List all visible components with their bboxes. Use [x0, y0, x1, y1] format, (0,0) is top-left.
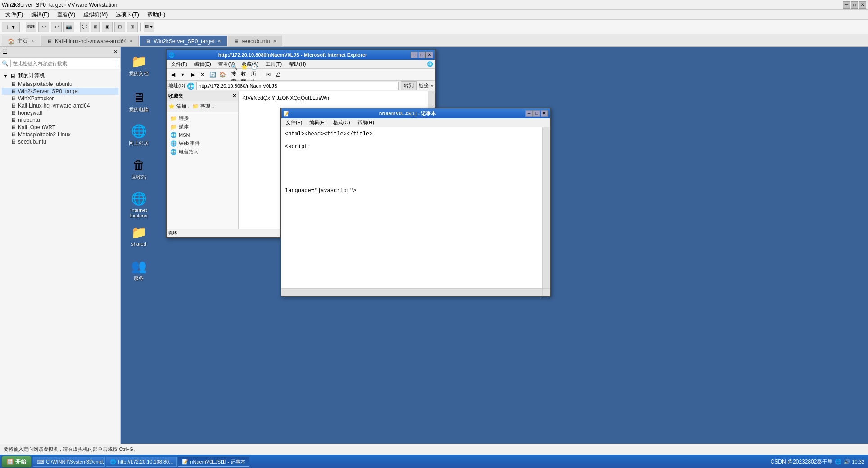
tab-kali-close[interactable]: ✕ [129, 39, 133, 44]
ie-menu-help[interactable]: 帮助(H) [286, 60, 308, 68]
notepad-minimize-btn[interactable]: ─ [525, 110, 533, 117]
sidebar-close[interactable]: ✕ [113, 49, 118, 55]
tab-win2k[interactable]: 🖥 Win2kServer_SP0_target ✕ [140, 36, 226, 46]
fav-item-4[interactable]: 🌐电台指南 [168, 148, 236, 156]
pause-button[interactable]: ⏸▼ [2, 22, 20, 32]
notepad-hscrollbar[interactable] [281, 288, 550, 296]
start-button[interactable]: 🪟 开始 [2, 456, 31, 468]
notepad-close-btn[interactable]: ✕ [541, 110, 548, 117]
tab-home[interactable]: 🏠 主页 ✕ [2, 36, 40, 46]
ie-home-btn[interactable]: 🏠 [218, 70, 227, 79]
tab-kali[interactable]: 🖥 Kali-Linux-hql-vmware-amd64 ✕ [41, 36, 139, 46]
fav-add-btn[interactable]: 添加... [176, 103, 190, 110]
ie-menu-edit[interactable]: 编辑(E) [192, 60, 214, 68]
ie-menu-file[interactable]: 文件(F) [168, 60, 190, 68]
view3-button[interactable]: ⊞ [127, 22, 138, 32]
sidebar-item-6[interactable]: 🖥Kali_OpenWRT [2, 124, 118, 131]
np-menu-edit[interactable]: 编辑(E) [307, 119, 329, 126]
systray-volume[interactable]: 🔊 [843, 459, 850, 465]
notepad-restore-btn[interactable]: □ [533, 110, 540, 117]
fav-item-3[interactable]: 🌐Web 事件 [168, 139, 236, 148]
menu-edit[interactable]: 编辑(E) [27, 10, 53, 19]
ie-stop-btn[interactable]: ✕ [198, 70, 207, 79]
tab-seedubuntu-close[interactable]: ✕ [273, 39, 276, 44]
menu-help[interactable]: 帮助(H) [144, 10, 169, 19]
sidebar-item-3[interactable]: 🖥Kali-Linux-hql-vmware-amd64 [2, 102, 118, 109]
view1-button[interactable]: ▣ [102, 22, 113, 32]
sidebar-item-4[interactable]: 🖥honeywall [2, 109, 118, 117]
notepad-textarea[interactable] [281, 127, 542, 288]
desktop-icon-ie[interactable]: 🌐 Internet Explorer [123, 189, 154, 220]
sidebar-item-8[interactable]: 🖥seedubuntu [2, 138, 118, 145]
display-button[interactable]: 🖥▼ [144, 22, 154, 32]
back-button[interactable]: ↩ [38, 22, 49, 32]
fav-item-0[interactable]: 📁链接 [168, 114, 236, 122]
taskbar-item-1[interactable]: 🌐http://172.20.10.108:80... [106, 457, 177, 467]
fullscreen-button[interactable]: ⛶ [80, 22, 89, 32]
tree-item-label: WinXPattacker [18, 95, 54, 102]
search-icon: 🔍 [2, 60, 9, 67]
menu-vm[interactable]: 虚拟机(M) [80, 10, 111, 19]
notepad-window[interactable]: 📝 nNaemV0LJS[1] - 记事本 ─ □ ✕ 文件(F) 编辑(E) … [280, 108, 551, 297]
tab-home-close[interactable]: ✕ [31, 39, 34, 44]
ie-back-btn[interactable]: ◀ [168, 70, 177, 79]
tab-seedubuntu[interactable]: 🖥 seedubuntu ✕ [228, 36, 282, 46]
taskbar-item-2[interactable]: 📝nNaemV0LJS[1] - 记事本 [178, 457, 249, 467]
desktop-icon-recycle[interactable]: 🗑 回收站 [123, 155, 154, 182]
snapshot-button[interactable]: 📷 [63, 22, 74, 32]
np-menu-format[interactable]: 格式(O) [330, 119, 353, 126]
tree-root-mycomputer[interactable]: ▼ 🖥 我的计算机 [2, 71, 118, 81]
sidebar-item-2[interactable]: 🖥WinXPattacker [2, 95, 118, 102]
desktop-icon-mycomputer[interactable]: 🖥 我的电脑 [123, 87, 154, 115]
ie-search-btn[interactable]: 🔍 搜索 [231, 70, 240, 79]
view2-button[interactable]: ⊟ [114, 22, 125, 32]
desktop-icon-nethood[interactable]: 🌐 网上邻居 [123, 121, 154, 148]
send-keys-button[interactable]: ⌨ [26, 22, 36, 32]
ie-restore-btn[interactable]: □ [418, 52, 425, 58]
fav-item-1[interactable]: 📁媒体 [168, 122, 236, 131]
close-button[interactable]: ✕ [859, 1, 866, 9]
ie-back-arrow[interactable]: ▼ [178, 70, 187, 79]
np-menu-file[interactable]: 文件(F) [283, 119, 305, 126]
ie-menu-tools[interactable]: 工具(T) [263, 60, 285, 68]
favorites-panel: 收藏夹 ✕ ⭐ 添加... 📁 整理... 📁链接📁媒体🌐MSN🌐Web 事件🌐… [167, 91, 239, 229]
systray-network[interactable]: 🌐 [835, 459, 841, 465]
ie-minimize-btn[interactable]: ─ [411, 52, 418, 58]
taskbar-item-icon-0: ⌨ [37, 459, 44, 465]
notepad-vscrollbar[interactable] [542, 127, 550, 288]
vmware-title-buttons: ─ □ ✕ [843, 1, 866, 9]
forward-button[interactable]: ↩ [51, 22, 62, 32]
sidebar-item-5[interactable]: 🖥nilubuntu [2, 117, 118, 124]
menu-view[interactable]: 查看(V) [54, 10, 79, 19]
taskbar-item-0[interactable]: ⌨C:\WINNT\System32\cmd.... [33, 457, 105, 467]
sidebar-item-1[interactable]: 🖥Win2kServer_SP0_target [2, 88, 118, 95]
menu-tabs[interactable]: 选项卡(T) [112, 10, 142, 19]
desktop-icon-label-services: 服务 [134, 275, 144, 282]
ie-refresh-btn[interactable]: 🔄 [208, 70, 217, 79]
ie-print-btn[interactable]: 🖨 [274, 70, 283, 79]
desktop-icon-mydocs[interactable]: 📁 我的文档 [123, 51, 154, 79]
desktop-icon-img-nethood: 🌐 [131, 123, 147, 139]
search-input[interactable] [10, 60, 118, 67]
ie-close-btn[interactable]: ✕ [426, 52, 433, 58]
np-menu-help[interactable]: 帮助(H) [355, 119, 377, 126]
ie-favorites-btn[interactable]: ⭐ 收藏 [241, 70, 250, 79]
fav-item-2[interactable]: 🌐MSN [168, 131, 236, 139]
restore-button[interactable]: □ [851, 1, 858, 9]
unity-button[interactable]: ⊞ [91, 22, 100, 32]
menu-file[interactable]: 文件(F) [2, 10, 27, 19]
ie-go-button[interactable]: 转到 [401, 81, 417, 90]
desktop-icon-services[interactable]: 👥 服务 [123, 256, 154, 284]
fav-organize-btn[interactable]: 整理... [200, 103, 214, 110]
tree-root-label: 我的计算机 [18, 72, 45, 80]
ie-forward-btn[interactable]: ▶ [188, 70, 197, 79]
ie-address-input[interactable] [196, 82, 399, 90]
minimize-button[interactable]: ─ [843, 1, 850, 9]
ie-mail-btn[interactable]: ✉ [264, 70, 273, 79]
sidebar-item-0[interactable]: 🖥Metasploitable_ubuntu [2, 81, 118, 88]
tab-win2k-close[interactable]: ✕ [217, 39, 221, 44]
desktop-icon-shared[interactable]: 📁 shared [123, 222, 154, 248]
favorites-close[interactable]: ✕ [232, 93, 236, 99]
sidebar-item-7[interactable]: 🖥Metasploitable2-Linux [2, 131, 118, 138]
ie-history-btn[interactable]: 🕐 历史 [251, 70, 260, 79]
